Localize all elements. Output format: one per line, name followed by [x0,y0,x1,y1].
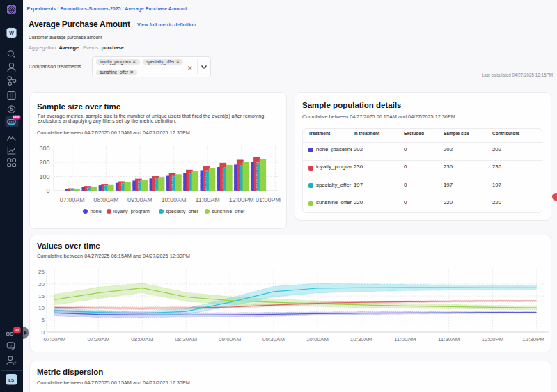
svg-text:10:00AM: 10:00AM [162,196,187,203]
svg-text:09:00AM: 09:00AM [127,196,152,203]
svg-text:10:00AM: 10:00AM [306,336,329,343]
svg-text:100: 100 [39,173,49,180]
svg-text:07:00AM: 07:00AM [60,196,85,203]
svg-text:11:00AM: 11:00AM [394,336,416,343]
svg-text:?: ? [10,344,12,348]
svg-text:08:00AM: 08:00AM [131,336,153,343]
svg-text:01:00PM: 01:00PM [256,196,281,203]
svg-text:5: 5 [42,317,45,323]
svg-text:07:30AM: 07:30AM [87,336,109,343]
svg-text:25: 25 [38,269,45,275]
svg-text:W: W [9,31,14,36]
svg-text:12:30PM: 12:30PM [522,336,544,343]
svg-text:11:00AM: 11:00AM [196,196,220,203]
svg-text:09:00AM: 09:00AM [219,336,241,343]
svg-text:0: 0 [42,329,45,336]
svg-text:12:00PM: 12:00PM [481,336,503,343]
svg-text:300: 300 [39,145,49,152]
svg-text:0: 0 [46,187,49,194]
svg-text:07:00AM: 07:00AM [43,336,65,343]
svg-text:LS: LS [8,377,14,382]
svg-text:08:30AM: 08:30AM [175,336,197,343]
svg-text:11:30AM: 11:30AM [438,336,460,343]
svg-text:NEW: NEW [13,116,20,119]
svg-text:15: 15 [38,293,45,299]
svg-text:AI: AI [15,328,19,332]
svg-text:12:00PM: 12:00PM [229,196,254,203]
svg-text:10: 10 [38,305,45,311]
svg-text:10:30AM: 10:30AM [350,336,372,343]
svg-text:08:00AM: 08:00AM [93,196,118,203]
svg-text:200: 200 [39,159,49,166]
svg-text:09:30AM: 09:30AM [262,336,285,343]
svg-text:20: 20 [38,281,45,288]
